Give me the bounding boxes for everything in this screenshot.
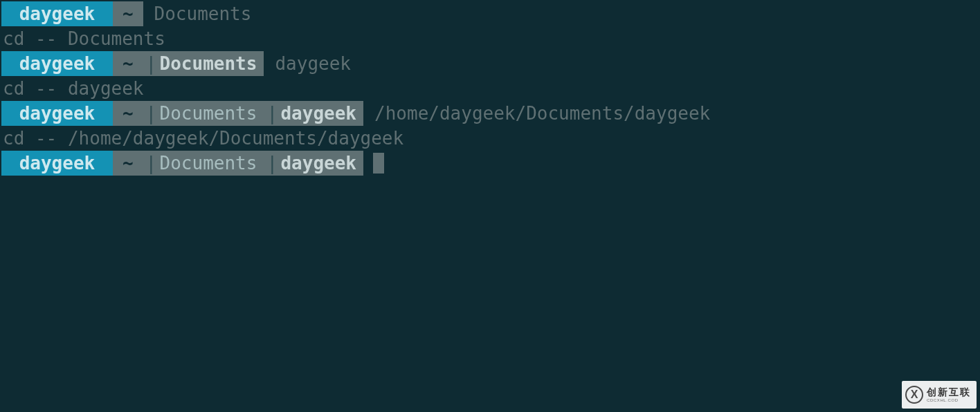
prompt-line: daygeek ~|Documentsdaygeek bbox=[1, 51, 980, 76]
prompt-user-segment: daygeek bbox=[1, 1, 113, 26]
terminal-area[interactable]: daygeek ~Documentscd -- Documents daygee… bbox=[0, 0, 980, 176]
watermark-badge: X 创新互联 CDCXHL.COD bbox=[902, 381, 977, 409]
command-input-text[interactable]: daygeek bbox=[264, 51, 351, 76]
watermark-subtitle: CDCXHL.COD bbox=[927, 398, 971, 402]
prompt-line: daygeek ~|Documents|daygeek bbox=[1, 151, 980, 176]
prompt-user-segment: daygeek bbox=[1, 151, 113, 176]
prompt-line: daygeek ~Documents bbox=[1, 1, 980, 26]
terminal-output-line: cd -- daygeek bbox=[1, 76, 980, 101]
prompt-user-segment: daygeek bbox=[1, 51, 113, 76]
watermark-glyph: X bbox=[911, 382, 918, 407]
command-input-text[interactable]: Documents bbox=[143, 1, 252, 26]
prompt-separator: | bbox=[143, 151, 153, 176]
prompt-user-segment: daygeek bbox=[1, 101, 113, 126]
prompt-path-segment: Documents bbox=[153, 151, 264, 176]
prompt-home-segment: ~ bbox=[113, 101, 143, 126]
watermark-title: 创新互联 bbox=[927, 387, 971, 397]
command-input-text[interactable]: /home/daygeek/Documents/daygeek bbox=[363, 101, 710, 126]
prompt-path-segment: Documents bbox=[153, 101, 264, 126]
echo-text: cd -- daygeek bbox=[1, 76, 144, 101]
terminal-output-line: cd -- /home/daygeek/Documents/daygeek bbox=[1, 126, 980, 151]
prompt-path-segment: daygeek bbox=[273, 101, 363, 126]
echo-text: cd -- Documents bbox=[1, 26, 165, 51]
prompt-home-segment: ~ bbox=[113, 51, 143, 76]
prompt-line: daygeek ~|Documents|daygeek/home/daygeek… bbox=[1, 101, 980, 126]
prompt-path-segment: Documents bbox=[153, 51, 264, 76]
prompt-separator: | bbox=[264, 101, 273, 126]
prompt-separator: | bbox=[143, 101, 153, 126]
terminal-output-line: cd -- Documents bbox=[1, 26, 980, 51]
prompt-path-segment: daygeek bbox=[273, 151, 363, 176]
terminal-cursor[interactable] bbox=[373, 153, 384, 174]
prompt-home-segment: ~ bbox=[113, 1, 143, 26]
prompt-home-segment: ~ bbox=[113, 151, 143, 176]
watermark-icon: X bbox=[905, 386, 923, 404]
watermark-text: 创新互联 CDCXHL.COD bbox=[927, 387, 971, 402]
prompt-separator: | bbox=[143, 51, 153, 76]
echo-text: cd -- /home/daygeek/Documents/daygeek bbox=[1, 126, 403, 151]
prompt-separator: | bbox=[264, 151, 273, 176]
